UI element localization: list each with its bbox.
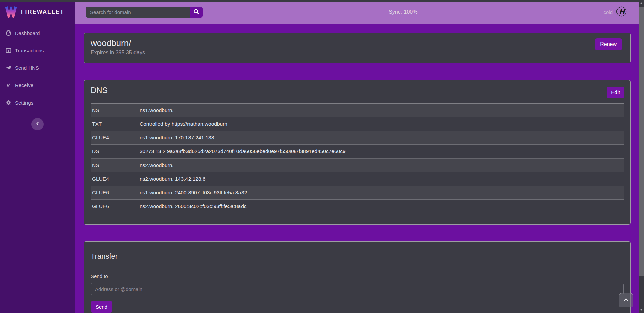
dns-record-value: ns1.woodburn. 2400:8907::f03c:93ff:fe5a:… [140, 190, 247, 196]
sidebar-nav: Dashboard Transactions Send HNS Receive … [0, 24, 75, 111]
search-icon [193, 9, 199, 16]
dns-record-value: ns2.woodburn. [140, 162, 174, 168]
domain-summary-card: woodburn/ Expires in 395.35 days Renew [84, 33, 631, 63]
sidebar-item-receive[interactable]: Receive [0, 76, 75, 94]
dns-record-value: Controlled by https://nathan.woodburn [140, 121, 227, 127]
window-top-strip [0, 0, 644, 2]
transfer-heading: Transfer [91, 246, 624, 262]
dns-record-row: NS ns1.woodburn. [91, 104, 624, 117]
transfer-card: Transfer Send to Send [84, 241, 631, 313]
scrollbar-thumb[interactable] [639, 7, 644, 276]
sidebar-item-label: Transactions [15, 48, 44, 53]
chevron-up-icon [623, 297, 629, 303]
transfer-address-input[interactable] [91, 283, 624, 295]
dns-record-value: ns2.woodburn. 143.42.128.6 [140, 176, 206, 182]
renew-button[interactable]: Renew [595, 38, 622, 50]
dns-record-row: NS ns2.woodburn. [91, 159, 624, 172]
domain-name: woodburn/ [91, 38, 624, 48]
brand: FIREWALLET [0, 0, 75, 24]
dns-record-row: GLUE6 ns2.woodburn. 2600:3c02::f03c:93ff… [91, 200, 624, 213]
sidebar-item-transactions[interactable]: Transactions [0, 42, 75, 59]
send-icon [6, 65, 11, 71]
dns-record-row: GLUE4 ns2.woodburn. 143.42.128.6 [91, 172, 624, 186]
sidebar-item-dashboard[interactable]: Dashboard [0, 24, 75, 42]
dns-record-value: 30273 13 2 9a3a8fb3d625d2a2073d740f10da6… [140, 148, 346, 154]
sidebar: FIREWALLET Dashboard Transactions Send H… [0, 0, 75, 313]
dns-record-type: DS [91, 148, 140, 154]
dns-record-row: GLUE6 ns1.woodburn. 2400:8907::f03c:93ff… [91, 186, 624, 200]
sync-status: Sync: 100% [203, 9, 603, 15]
main-content: woodburn/ Expires in 395.35 days Renew D… [75, 24, 639, 313]
domain-expiry: Expires in 395.35 days [91, 50, 624, 56]
wallet-name: cold [603, 9, 613, 15]
scroll-to-top-button[interactable] [619, 293, 633, 307]
chevron-left-icon [35, 121, 40, 127]
dns-record-type: TXT [91, 121, 140, 127]
handshake-avatar-icon: H [616, 6, 627, 18]
domain-search [86, 7, 203, 18]
dns-record-type: NS [91, 162, 140, 168]
dns-record-type: GLUE6 [91, 203, 140, 209]
sidebar-item-send-hns[interactable]: Send HNS [0, 59, 75, 76]
dns-record-type: GLUE4 [91, 135, 140, 141]
send-transfer-button[interactable]: Send [91, 301, 112, 313]
dashboard-icon [6, 30, 11, 36]
sidebar-collapse-button[interactable] [31, 118, 44, 130]
sidebar-item-label: Settings [15, 100, 33, 106]
sidebar-item-label: Send HNS [15, 65, 39, 71]
send-to-label: Send to [91, 273, 624, 279]
sidebar-item-label: Dashboard [15, 30, 40, 36]
dns-record-value: ns2.woodburn. 2600:3c02::f03c:93ff:fe5a:… [140, 203, 247, 209]
dns-record-row: GLUE4 ns1.woodburn. 170.187.241.138 [91, 131, 624, 145]
dns-record-type: NS [91, 107, 140, 113]
svg-text:H: H [619, 7, 625, 15]
transactions-icon [6, 48, 11, 53]
sidebar-item-settings[interactable]: Settings [0, 94, 75, 111]
dns-card: DNS Edit NS ns1.woodburn. TXT Controlled… [84, 80, 631, 225]
receive-icon [6, 82, 11, 88]
dns-record-row: TXT Controlled by https://nathan.woodbur… [91, 117, 624, 131]
scrollbar-down-arrow-icon[interactable] [640, 309, 643, 311]
dns-record-row: DS 30273 13 2 9a3a8fb3d625d2a2073d740f10… [91, 145, 624, 159]
firewallet-logo-icon [5, 5, 17, 19]
settings-icon [6, 100, 11, 106]
account-button[interactable]: cold H [603, 6, 627, 18]
search-input[interactable] [86, 7, 190, 18]
topbar: Sync: 100% cold H [75, 0, 639, 24]
edit-dns-button[interactable]: Edit [607, 87, 624, 98]
scrollbar-up-arrow-icon[interactable] [640, 2, 643, 4]
dns-records-table: NS ns1.woodburn. TXT Controlled by https… [91, 103, 624, 213]
dns-record-type: GLUE4 [91, 176, 140, 182]
dns-record-value: ns1.woodburn. [140, 107, 174, 113]
sidebar-item-label: Receive [15, 82, 33, 88]
dns-record-value: ns1.woodburn. 170.187.241.138 [140, 135, 214, 141]
dns-heading: DNS [91, 80, 624, 96]
window-scrollbar[interactable] [639, 0, 644, 313]
dns-record-type: GLUE6 [91, 190, 140, 196]
search-button[interactable] [190, 7, 203, 18]
app-title: FIREWALLET [21, 9, 64, 15]
